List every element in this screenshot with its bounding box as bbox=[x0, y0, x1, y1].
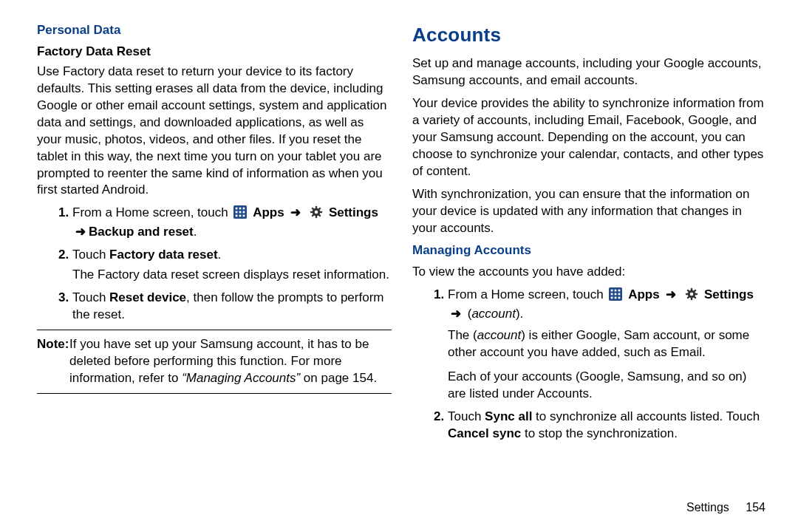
page-footer: Settings 154 bbox=[686, 499, 765, 516]
settings-label: Settings bbox=[329, 205, 378, 219]
mstep2-e: to stop the synchronization. bbox=[521, 426, 678, 440]
apps-icon bbox=[233, 205, 247, 224]
apps-icon bbox=[609, 287, 622, 306]
managing-steps: From a Home screen, touch Apps ➜ Setting… bbox=[412, 287, 767, 443]
mstep2-a: Touch bbox=[448, 409, 485, 423]
apps-label: Apps bbox=[253, 205, 284, 219]
step2-text-a: Touch bbox=[72, 248, 109, 262]
step-3: Touch Reset device, then follow the prom… bbox=[72, 290, 392, 324]
left-column: Personal Data Factory Data Reset Use Fac… bbox=[37, 22, 392, 517]
heading-personal-data: Personal Data bbox=[37, 22, 392, 39]
mstep1-sub-a: The ( bbox=[448, 328, 477, 342]
factory-reset-intro: Use Factory data reset to return your de… bbox=[37, 64, 392, 200]
step-2: Touch Factory data reset. The Factory da… bbox=[72, 247, 392, 284]
gear-icon bbox=[685, 287, 698, 306]
accounts-p1: Set up and manage accounts, including yo… bbox=[412, 55, 767, 89]
divider bbox=[37, 393, 392, 394]
mstep-1: From a Home screen, touch Apps ➜ Setting… bbox=[448, 287, 767, 403]
step3-text-a: Touch bbox=[72, 290, 109, 304]
divider bbox=[37, 330, 392, 330]
note-label: Note: bbox=[37, 336, 69, 353]
mstep-2: Touch Sync all to synchronize all accoun… bbox=[448, 409, 767, 443]
settings-label: Settings bbox=[704, 287, 754, 301]
step1-text-a: From a Home screen, touch bbox=[72, 205, 228, 219]
accounts-p2: Your device provides the ability to sync… bbox=[412, 95, 767, 180]
step2-subtext: The Factory data reset screen displays r… bbox=[72, 267, 389, 282]
heading-managing-accounts: Managing Accounts bbox=[412, 242, 767, 259]
note-text-b: on page 154. bbox=[300, 371, 377, 385]
mstep1-text-a: From a Home screen, touch bbox=[448, 287, 604, 301]
accounts-p3: With synchronization, you can ensure tha… bbox=[412, 186, 767, 237]
account-italic: account bbox=[477, 328, 522, 342]
sync-all-label: Sync all bbox=[485, 409, 532, 423]
factory-data-reset-label: Factory data reset bbox=[109, 248, 217, 262]
note-block: Note: If you have set up your Samsung ac… bbox=[37, 336, 392, 387]
arrow-icon: ➜ bbox=[666, 287, 676, 301]
page-number: 154 bbox=[746, 499, 765, 516]
arrow-icon: ➜ bbox=[75, 225, 86, 239]
heading-accounts: Accounts bbox=[412, 22, 767, 48]
mstep1-sub2: Each of your accounts (Google, Samsung, … bbox=[448, 369, 746, 400]
step-1: From a Home screen, touch Apps ➜ Setting… bbox=[72, 205, 392, 241]
account-italic: account bbox=[471, 307, 516, 321]
factory-reset-steps: From a Home screen, touch Apps ➜ Setting… bbox=[37, 205, 392, 324]
reset-device-label: Reset device bbox=[109, 290, 186, 304]
gear-icon bbox=[310, 205, 323, 224]
heading-factory-data-reset: Factory Data Reset bbox=[37, 44, 392, 61]
view-intro: To view the accounts you have added: bbox=[412, 264, 767, 281]
backup-reset-label: Backup and reset bbox=[89, 225, 194, 239]
arrow-icon: ➜ bbox=[451, 307, 461, 321]
mstep2-c: to synchronize all accounts listed. Touc… bbox=[532, 409, 760, 423]
note-ref-italic: “Managing Accounts” bbox=[182, 371, 300, 385]
cancel-sync-label: Cancel sync bbox=[448, 426, 521, 440]
arrow-icon: ➜ bbox=[290, 205, 301, 219]
right-column: Accounts Set up and manage accounts, inc… bbox=[412, 22, 767, 517]
note-body: If you have set up your Samsung account,… bbox=[69, 336, 392, 387]
footer-section: Settings bbox=[686, 501, 729, 514]
manual-page: Personal Data Factory Data Reset Use Fac… bbox=[0, 0, 798, 532]
apps-label: Apps bbox=[628, 287, 660, 301]
